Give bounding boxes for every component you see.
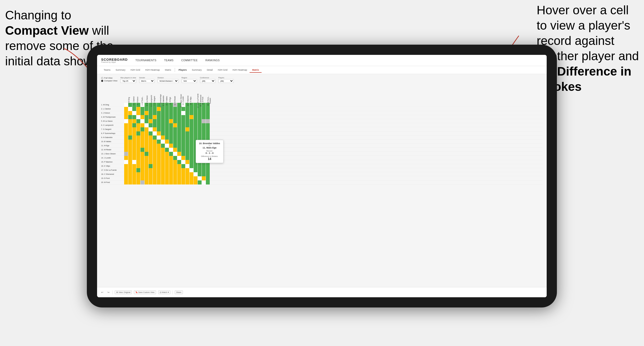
cell-r13-c1[interactable] <box>124 152 128 156</box>
cell-r20-c1[interactable] <box>124 180 128 184</box>
cell-r12-c8[interactable] <box>153 148 157 152</box>
cell-r14-c3[interactable] <box>132 156 136 160</box>
cell-r6-c7[interactable] <box>149 123 153 127</box>
cell-r10-c15[interactable] <box>181 140 185 144</box>
cell-r15-c17[interactable] <box>190 160 194 164</box>
cell-r3-c21[interactable] <box>206 111 210 115</box>
cell-r9-c14[interactable] <box>177 135 181 140</box>
cell-r7-c13[interactable] <box>173 127 177 131</box>
cell-r16-c2[interactable] <box>128 164 132 168</box>
cell-r17-c18[interactable] <box>194 168 198 172</box>
cell-r8-c2[interactable] <box>128 131 132 135</box>
cell-r11-c2[interactable] <box>128 144 132 148</box>
cell-r14-c6[interactable] <box>145 156 149 160</box>
cell-r5-c1[interactable] <box>124 119 128 123</box>
cell-r13-c11[interactable] <box>165 152 169 156</box>
cell-r11-c17[interactable] <box>190 144 194 148</box>
cell-r11-c7[interactable] <box>149 144 153 148</box>
cell-r18-c10[interactable] <box>161 172 165 176</box>
cell-r16-c6[interactable] <box>145 164 149 168</box>
cell-r18-c19[interactable] <box>198 172 202 176</box>
cell-r8-c3[interactable] <box>132 131 136 135</box>
cell-r6-c2[interactable] <box>128 123 132 127</box>
cell-r5-c20[interactable] <box>202 119 206 123</box>
cell-r10-c7[interactable] <box>149 140 153 144</box>
cell-r8-c17[interactable] <box>190 131 194 135</box>
cell-r3-c12[interactable] <box>169 111 173 115</box>
cell-r4-c17[interactable] <box>190 115 194 119</box>
cell-r18-c16[interactable] <box>185 172 190 176</box>
cell-r8-c14[interactable] <box>177 131 181 135</box>
cell-r2-c14[interactable] <box>177 107 181 111</box>
cell-r19-c16[interactable] <box>185 176 190 180</box>
cell-r8-c10[interactable] <box>161 131 165 135</box>
cell-r10-c3[interactable] <box>132 140 136 144</box>
cell-r7-c21[interactable] <box>206 127 210 131</box>
cell-r14-c15[interactable] <box>181 156 185 160</box>
cell-r9-c9[interactable] <box>157 135 161 140</box>
cell-r2-c5[interactable] <box>140 107 145 111</box>
cell-r13-c14[interactable] <box>177 152 181 156</box>
cell-r11-c8[interactable] <box>153 144 157 148</box>
cell-r9-c16[interactable] <box>185 135 190 140</box>
cell-r2-c10[interactable] <box>161 107 165 111</box>
cell-r5-c7[interactable] <box>149 119 153 123</box>
cell-r7-c4[interactable] <box>136 127 140 131</box>
cell-r11-c1[interactable] <box>124 144 128 148</box>
cell-r15-c9[interactable] <box>157 160 161 164</box>
cell-r14-c14[interactable] <box>177 156 181 160</box>
cell-r3-c19[interactable] <box>198 111 202 115</box>
cell-r16-c12[interactable] <box>169 164 173 168</box>
cell-r5-c9[interactable] <box>157 119 161 123</box>
cell-r12-c5[interactable] <box>140 148 145 152</box>
cell-r4-c9[interactable] <box>157 115 161 119</box>
full-view-option[interactable]: Full View <box>101 77 117 79</box>
cell-r7-c8[interactable] <box>153 127 157 131</box>
cell-r16-c7[interactable] <box>149 164 153 168</box>
cell-r18-c7[interactable] <box>149 172 153 176</box>
cell-r20-c11[interactable] <box>165 180 169 184</box>
cell-r5-c13[interactable] <box>173 119 177 123</box>
cell-r11-c3[interactable] <box>132 144 136 148</box>
cell-r19-c3[interactable] <box>132 176 136 180</box>
cell-r4-c13[interactable] <box>173 115 177 119</box>
cell-r19-c6[interactable] <box>145 176 149 180</box>
cell-r16-c3[interactable] <box>132 164 136 168</box>
cell-r10-c2[interactable] <box>128 140 132 144</box>
cell-r5-c10[interactable] <box>161 119 165 123</box>
cell-r4-c16[interactable] <box>185 115 190 119</box>
cell-r20-c10[interactable] <box>161 180 165 184</box>
cell-r11-c12[interactable] <box>169 144 173 148</box>
cell-r4-c8[interactable] <box>153 115 157 119</box>
cell-r16-c18[interactable] <box>194 164 198 168</box>
cell-r18-c14[interactable] <box>177 172 181 176</box>
cell-r16-c20[interactable] <box>202 164 206 168</box>
cell-r6-c13[interactable] <box>173 123 177 127</box>
cell-r13-c15[interactable] <box>181 152 185 156</box>
cell-r20-c14[interactable] <box>177 180 181 184</box>
view-original-btn[interactable]: ⊕ View: Original <box>115 290 132 294</box>
cell-r17-c10[interactable] <box>161 168 165 172</box>
cell-r18-c21[interactable] <box>206 172 210 176</box>
cell-r16-c9[interactable] <box>157 164 161 168</box>
cell-r3-c20[interactable] <box>202 111 206 115</box>
cell-r5-c11[interactable] <box>165 119 169 123</box>
cell-r14-c9[interactable] <box>157 156 161 160</box>
share-btn[interactable]: Share <box>175 290 183 294</box>
cell-r3-c13[interactable] <box>173 111 177 115</box>
cell-r5-c19[interactable] <box>198 119 202 123</box>
cell-r15-c15[interactable] <box>181 160 185 164</box>
cell-r16-c5[interactable] <box>140 164 145 168</box>
cell-r6-c18[interactable] <box>194 123 198 127</box>
cell-r6-c16[interactable] <box>185 123 190 127</box>
cell-r5-c21[interactable] <box>206 119 210 123</box>
cell-r3-c3[interactable] <box>132 111 136 115</box>
cell-r19-c9[interactable] <box>157 176 161 180</box>
cell-r11-c13[interactable] <box>173 144 177 148</box>
cell-r7-c6[interactable] <box>145 127 149 131</box>
cell-r3-c7[interactable] <box>149 111 153 115</box>
cell-r9-c6[interactable] <box>145 135 149 140</box>
cell-r15-c7[interactable] <box>149 160 153 164</box>
cell-r19-c21[interactable] <box>206 176 210 180</box>
cell-r7-c7[interactable] <box>149 127 153 131</box>
